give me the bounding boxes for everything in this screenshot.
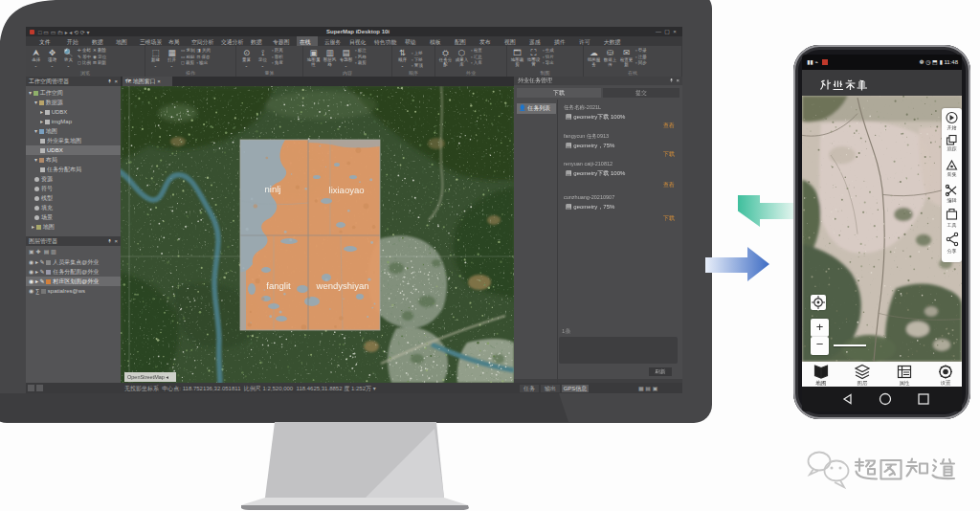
- svg-text:分享: 分享: [947, 248, 957, 254]
- svg-text:开始: 开始: [947, 124, 957, 131]
- svg-text:采集: 采集: [947, 171, 957, 177]
- svg-text:编辑: 编辑: [947, 197, 957, 203]
- svg-text:ninlj: ninlj: [265, 184, 281, 194]
- svg-text:fanglit: fanglit: [266, 280, 291, 291]
- svg-text:图层: 图层: [858, 380, 869, 387]
- svg-text:wendyshiyan: wendyshiyan: [316, 280, 369, 291]
- svg-text:追踪: 追踪: [947, 145, 957, 151]
- svg-text:工具: 工具: [947, 222, 957, 228]
- svg-text:地图: 地图: [815, 380, 827, 387]
- svg-text:lixiaoyao: lixiaoyao: [329, 185, 365, 195]
- svg-text:属性: 属性: [900, 380, 911, 386]
- svg-text:设置: 设置: [941, 380, 952, 386]
- svg-text:OpenStreetMap ◂: OpenStreetMap ◂: [127, 374, 168, 380]
